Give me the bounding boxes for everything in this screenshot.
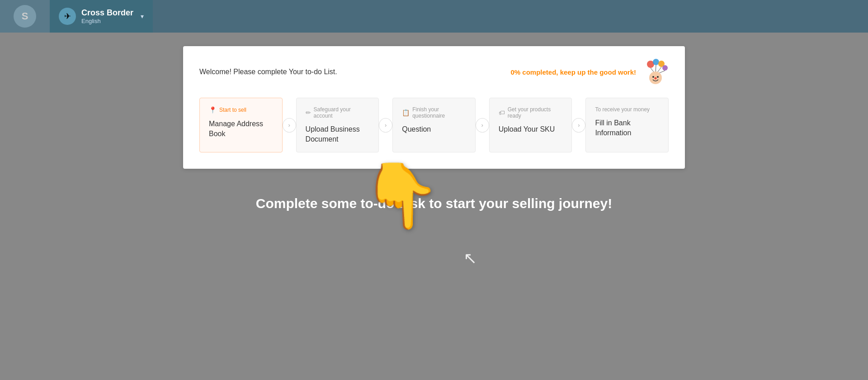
step-4-label: 🏷 Get your products ready [499, 106, 563, 119]
step-arrow-3: › [476, 98, 489, 152]
arrow-circle-4: › [572, 118, 585, 133]
arrow-cursor-icon: ↖ [463, 249, 477, 268]
step-arrow-1: › [283, 98, 296, 152]
step-5-title: Fill in Bank Information [595, 118, 659, 138]
step-bank-info[interactable]: To receive your money Fill in Bank Infor… [585, 98, 669, 152]
step-5-label: To receive your money [595, 106, 650, 113]
step-2-label: ✏ Safeguard your account [306, 106, 370, 119]
bottom-call-to-action: Complete some to-do task to start your s… [256, 196, 612, 211]
step-1-title: Manage Address Book [209, 119, 273, 138]
step-safeguard-account[interactable]: ✏ Safeguard your account Upload Business… [296, 98, 379, 152]
progress-status-text: 0% completed, keep up the good work! [510, 68, 636, 76]
cursor-overlay: 👇 ↖ [362, 164, 441, 227]
step-3-title: Question [402, 124, 431, 134]
todo-card-title: Welcome! Please complete Your to-do List… [199, 68, 337, 76]
svg-point-3 [662, 65, 668, 71]
step-start-to-sell[interactable]: 📍 Start to sell Manage Address Book [199, 98, 283, 152]
logo-section: S [0, 0, 50, 33]
main-content: Welcome! Please complete Your to-do List… [0, 33, 868, 380]
brand-section[interactable]: ✈ Cross Border English ▾ [50, 0, 153, 33]
brand-text: Cross Border English [81, 8, 133, 24]
logo-avatar: S [14, 5, 36, 28]
top-navigation: S ✈ Cross Border English ▾ [0, 0, 868, 33]
step-products-ready[interactable]: 🏷 Get your products ready Upload Your SK… [489, 98, 572, 152]
arrow-circle-3: › [476, 118, 489, 133]
tag-icon: 🏷 [499, 109, 505, 116]
step-2-title: Upload Business Document [306, 124, 370, 144]
step-arrow-4: › [572, 98, 585, 152]
clipboard-icon: 📋 [402, 109, 410, 116]
hand-cursor-icon: 👇 [362, 164, 441, 227]
location-pin-icon: 📍 [209, 106, 217, 114]
svg-point-10 [657, 76, 659, 78]
steps-row: 📍 Start to sell Manage Address Book › ✏ … [199, 98, 669, 152]
edit-icon: ✏ [306, 109, 311, 116]
step-1-label: 📍 Start to sell [209, 106, 246, 114]
mascot-illustration [642, 59, 669, 85]
arrow-circle-1: › [283, 118, 296, 133]
arrow-circle-2: › [379, 118, 392, 133]
svg-point-11 [655, 77, 657, 80]
brand-name: Cross Border [81, 8, 133, 18]
todo-card-status: 0% completed, keep up the good work! [510, 59, 669, 85]
svg-point-1 [653, 59, 659, 65]
step-questionnaire[interactable]: 📋 Finish your questionnaire Question [392, 98, 476, 152]
step-arrow-2: › [379, 98, 392, 152]
brand-language: English [81, 18, 133, 24]
step-4-title: Upload Your SKU [499, 124, 555, 134]
todo-card-header: Welcome! Please complete Your to-do List… [199, 59, 669, 85]
dropdown-arrow-icon[interactable]: ▾ [141, 13, 144, 20]
svg-point-9 [652, 76, 654, 78]
plane-icon: ✈ [59, 8, 76, 25]
step-3-label: 📋 Finish your questionnaire [402, 106, 466, 119]
todo-card: Welcome! Please complete Your to-do List… [183, 46, 685, 169]
